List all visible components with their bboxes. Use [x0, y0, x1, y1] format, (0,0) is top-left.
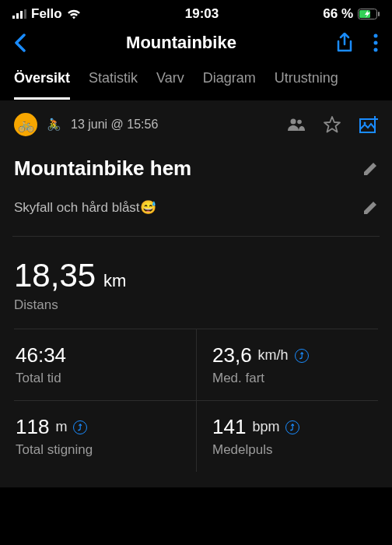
stat-total-time: 46:34 Total tid — [14, 329, 196, 400]
share-button[interactable] — [336, 33, 353, 53]
nav-bar: Mountainbike — [0, 25, 392, 64]
stat-value: 46:34 — [16, 343, 66, 367]
people-icon[interactable] — [288, 118, 305, 131]
stat-avg-speed: 23,6 km/h ⤴ Med. fart — [196, 329, 378, 400]
page-title: Mountainbike — [26, 33, 336, 53]
tab-statistics[interactable]: Statistik — [89, 64, 138, 100]
stat-label: Med. fart — [212, 371, 376, 386]
stat-grid: 46:34 Total tid 23,6 km/h ⤴ Med. fart 11… — [14, 329, 378, 472]
info-icon[interactable]: ⤴ — [73, 420, 87, 434]
battery-percent: 66 % — [323, 6, 353, 22]
tab-gear[interactable]: Utrustning — [275, 64, 338, 100]
stat-label: Total tid — [16, 371, 194, 386]
info-icon[interactable]: ⤴ — [285, 420, 299, 434]
svg-rect-1 — [16, 13, 19, 19]
status-right: 66 % — [323, 6, 380, 22]
status-bar: Fello 19:03 66 % — [0, 0, 392, 25]
stat-label: Total stigning — [16, 442, 194, 458]
carrier-label: Fello — [31, 6, 62, 22]
svg-rect-6 — [378, 12, 380, 16]
svg-rect-0 — [12, 16, 15, 19]
edit-note-button[interactable] — [362, 200, 378, 216]
distance-value: 18,35 — [14, 257, 96, 294]
svg-point-8 — [374, 41, 378, 45]
wifi-icon — [67, 9, 81, 19]
stat-avg-hr: 141 bpm ⤴ Medelpuls — [196, 400, 378, 472]
star-icon[interactable] — [324, 116, 341, 133]
edit-title-button[interactable] — [362, 161, 378, 177]
stat-value: 118 — [16, 415, 49, 439]
more-button[interactable] — [373, 33, 378, 52]
svg-point-7 — [374, 34, 378, 38]
stat-label: Medelpuls — [212, 442, 376, 458]
stat-unit: bpm — [252, 419, 279, 435]
clock: 19:03 — [185, 6, 219, 22]
activity-note: Skyfall och hård blåst😅 — [14, 199, 156, 216]
svg-point-10 — [291, 119, 296, 125]
stat-value: 141 — [212, 415, 246, 439]
activity-content: 🚲 🚴 13 juni @ 15:56 Mountainbike hem Sky… — [0, 100, 392, 487]
svg-point-11 — [297, 120, 302, 125]
svg-rect-2 — [20, 11, 23, 19]
svg-rect-3 — [24, 9, 26, 19]
tab-charts[interactable]: Diagram — [203, 64, 256, 100]
distance-block: 18,35 km Distans — [14, 237, 378, 329]
distance-label: Distans — [14, 297, 378, 313]
stat-total-climb: 118 m ⤴ Total stigning — [14, 400, 196, 472]
title-row: Mountainbike hem — [14, 152, 378, 192]
note-row: Skyfall och hård blåst😅 — [14, 192, 378, 236]
sport-badge-icon: 🚲 — [14, 113, 37, 136]
add-image-icon[interactable] — [359, 116, 378, 133]
tabs: Översikt Statistik Varv Diagram Utrustni… — [0, 64, 392, 100]
info-icon[interactable]: ⤴ — [295, 349, 309, 363]
svg-point-9 — [374, 48, 378, 52]
stat-value: 23,6 — [212, 343, 252, 367]
activity-datetime: 13 juni @ 15:56 — [71, 118, 158, 132]
distance-unit: km — [103, 271, 126, 291]
stat-unit: km/h — [258, 347, 289, 364]
status-left: Fello — [12, 6, 81, 22]
meta-row: 🚲 🚴 13 juni @ 15:56 — [14, 100, 378, 152]
svg-point-13 — [364, 122, 366, 125]
battery-icon — [358, 9, 380, 19]
back-button[interactable] — [14, 33, 26, 52]
signal-icon — [12, 9, 26, 19]
activity-type-icon: 🚴 — [47, 118, 61, 132]
tab-overview[interactable]: Översikt — [14, 64, 70, 100]
tab-laps[interactable]: Varv — [156, 64, 184, 100]
stat-unit: m — [55, 419, 67, 435]
activity-title: Mountainbike hem — [14, 156, 191, 181]
